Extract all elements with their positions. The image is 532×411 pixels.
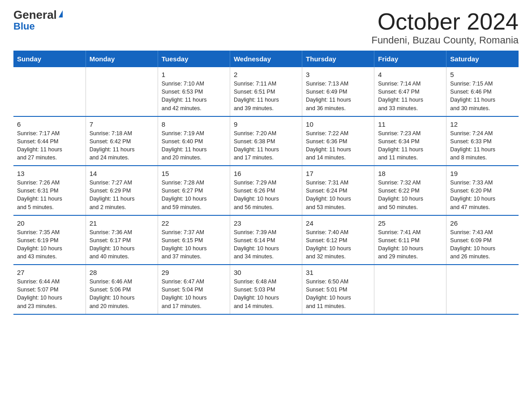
day-number: 28 [90,269,154,276]
calendar-cell: 21Sunrise: 7:36 AMSunset: 6:17 PMDayligh… [86,215,158,265]
calendar-header-row: SundayMondayTuesdayWednesdayThursdayFrid… [13,51,519,67]
header-day-wednesday: Wednesday [230,51,302,67]
calendar-cell: 31Sunrise: 6:50 AMSunset: 5:01 PMDayligh… [302,265,374,314]
day-info: Sunrise: 7:17 AMSunset: 6:44 PMDaylight:… [17,129,82,162]
calendar-title: October 2024 [371,9,519,34]
calendar-cell: 24Sunrise: 7:40 AMSunset: 6:12 PMDayligh… [302,215,374,265]
day-info: Sunrise: 7:31 AMSunset: 6:24 PMDaylight:… [306,179,370,211]
day-info: Sunrise: 7:23 AMSunset: 6:34 PMDaylight:… [378,129,442,162]
day-info: Sunrise: 7:33 AMSunset: 6:20 PMDaylight:… [450,179,515,211]
day-number: 29 [162,269,226,276]
calendar-cell [13,67,86,116]
day-info: Sunrise: 7:19 AMSunset: 6:40 PMDaylight:… [162,129,226,162]
day-info: Sunrise: 7:11 AMSunset: 6:51 PMDaylight:… [234,80,298,112]
day-info: Sunrise: 7:27 AMSunset: 6:29 PMDaylight:… [90,179,154,211]
calendar-cell: 13Sunrise: 7:26 AMSunset: 6:31 PMDayligh… [13,166,86,215]
day-number: 14 [90,170,154,177]
calendar-cell [374,265,446,314]
day-number: 6 [17,120,82,128]
day-number: 27 [17,269,82,276]
day-number: 4 [378,71,442,78]
calendar-cell: 23Sunrise: 7:39 AMSunset: 6:14 PMDayligh… [230,215,302,265]
day-number: 20 [17,219,82,227]
calendar-cell: 2Sunrise: 7:11 AMSunset: 6:51 PMDaylight… [230,67,302,116]
day-info: Sunrise: 6:48 AMSunset: 5:03 PMDaylight:… [234,278,298,310]
calendar-week-row: 27Sunrise: 6:44 AMSunset: 5:07 PMDayligh… [13,265,519,314]
day-number: 10 [306,120,370,128]
calendar-week-row: 20Sunrise: 7:35 AMSunset: 6:19 PMDayligh… [13,215,519,265]
header-day-monday: Monday [86,51,158,67]
calendar-subtitle: Fundeni, Buzau County, Romania [371,34,519,46]
logo: General Blue [13,9,63,31]
calendar-week-row: 13Sunrise: 7:26 AMSunset: 6:31 PMDayligh… [13,166,519,215]
day-number: 12 [450,120,515,128]
calendar-cell [446,265,519,314]
calendar-cell: 4Sunrise: 7:14 AMSunset: 6:47 PMDaylight… [374,67,446,116]
day-number: 1 [162,71,226,78]
day-info: Sunrise: 7:39 AMSunset: 6:14 PMDaylight:… [234,228,298,261]
calendar-cell: 25Sunrise: 7:41 AMSunset: 6:11 PMDayligh… [374,215,446,265]
day-number: 26 [450,219,515,227]
calendar-cell: 29Sunrise: 6:47 AMSunset: 5:04 PMDayligh… [158,265,230,314]
calendar-cell: 18Sunrise: 7:32 AMSunset: 6:22 PMDayligh… [374,166,446,215]
logo-general-text: General [13,9,57,21]
day-info: Sunrise: 6:50 AMSunset: 5:01 PMDaylight:… [306,278,370,310]
calendar-cell: 15Sunrise: 7:28 AMSunset: 6:27 PMDayligh… [158,166,230,215]
calendar-cell: 6Sunrise: 7:17 AMSunset: 6:44 PMDaylight… [13,116,86,166]
day-info: Sunrise: 6:47 AMSunset: 5:04 PMDaylight:… [162,278,226,310]
header-day-saturday: Saturday [446,51,519,67]
header-day-sunday: Sunday [13,51,86,67]
day-info: Sunrise: 7:15 AMSunset: 6:46 PMDaylight:… [450,80,515,112]
day-info: Sunrise: 7:14 AMSunset: 6:47 PMDaylight:… [378,80,442,112]
day-number: 11 [378,120,442,128]
calendar-cell: 1Sunrise: 7:10 AMSunset: 6:53 PMDaylight… [158,67,230,116]
calendar-cell: 16Sunrise: 7:29 AMSunset: 6:26 PMDayligh… [230,166,302,215]
calendar-cell: 7Sunrise: 7:18 AMSunset: 6:42 PMDaylight… [86,116,158,166]
page-header: General Blue October 2024 Fundeni, Buzau… [13,9,519,46]
day-number: 25 [378,219,442,227]
day-number: 18 [378,170,442,177]
calendar-cell: 27Sunrise: 6:44 AMSunset: 5:07 PMDayligh… [13,265,86,314]
calendar-cell: 17Sunrise: 7:31 AMSunset: 6:24 PMDayligh… [302,166,374,215]
day-number: 22 [162,219,226,227]
calendar-cell: 5Sunrise: 7:15 AMSunset: 6:46 PMDaylight… [446,67,519,116]
calendar-week-row: 1Sunrise: 7:10 AMSunset: 6:53 PMDaylight… [13,67,519,116]
day-number: 17 [306,170,370,177]
day-number: 2 [234,71,298,78]
day-number: 7 [90,120,154,128]
calendar-cell: 19Sunrise: 7:33 AMSunset: 6:20 PMDayligh… [446,166,519,215]
day-number: 30 [234,269,298,276]
calendar-cell: 12Sunrise: 7:24 AMSunset: 6:33 PMDayligh… [446,116,519,166]
day-number: 24 [306,219,370,227]
day-number: 21 [90,219,154,227]
day-number: 5 [450,71,515,78]
day-info: Sunrise: 7:43 AMSunset: 6:09 PMDaylight:… [450,228,515,261]
day-info: Sunrise: 7:28 AMSunset: 6:27 PMDaylight:… [162,179,226,211]
header-day-tuesday: Tuesday [158,51,230,67]
day-number: 15 [162,170,226,177]
day-number: 23 [234,219,298,227]
day-info: Sunrise: 7:18 AMSunset: 6:42 PMDaylight:… [90,129,154,162]
day-info: Sunrise: 7:35 AMSunset: 6:19 PMDaylight:… [17,228,82,261]
day-info: Sunrise: 6:46 AMSunset: 5:06 PMDaylight:… [90,278,154,310]
calendar-cell: 22Sunrise: 7:37 AMSunset: 6:15 PMDayligh… [158,215,230,265]
day-number: 8 [162,120,226,128]
calendar-cell [86,67,158,116]
calendar-cell: 3Sunrise: 7:13 AMSunset: 6:49 PMDaylight… [302,67,374,116]
day-info: Sunrise: 7:20 AMSunset: 6:38 PMDaylight:… [234,129,298,162]
day-info: Sunrise: 6:44 AMSunset: 5:07 PMDaylight:… [17,278,82,310]
day-info: Sunrise: 7:37 AMSunset: 6:15 PMDaylight:… [162,228,226,261]
day-info: Sunrise: 7:26 AMSunset: 6:31 PMDaylight:… [17,179,82,211]
calendar-cell: 26Sunrise: 7:43 AMSunset: 6:09 PMDayligh… [446,215,519,265]
logo-blue-text: Blue [13,21,35,31]
calendar-cell: 8Sunrise: 7:19 AMSunset: 6:40 PMDaylight… [158,116,230,166]
calendar-week-row: 6Sunrise: 7:17 AMSunset: 6:44 PMDaylight… [13,116,519,166]
day-info: Sunrise: 7:22 AMSunset: 6:36 PMDaylight:… [306,129,370,162]
day-info: Sunrise: 7:32 AMSunset: 6:22 PMDaylight:… [378,179,442,211]
day-info: Sunrise: 7:36 AMSunset: 6:17 PMDaylight:… [90,228,154,261]
day-number: 31 [306,269,370,276]
day-number: 19 [450,170,515,177]
day-info: Sunrise: 7:41 AMSunset: 6:11 PMDaylight:… [378,228,442,261]
calendar-table: SundayMondayTuesdayWednesdayThursdayFrid… [13,51,519,315]
day-number: 13 [17,170,82,177]
